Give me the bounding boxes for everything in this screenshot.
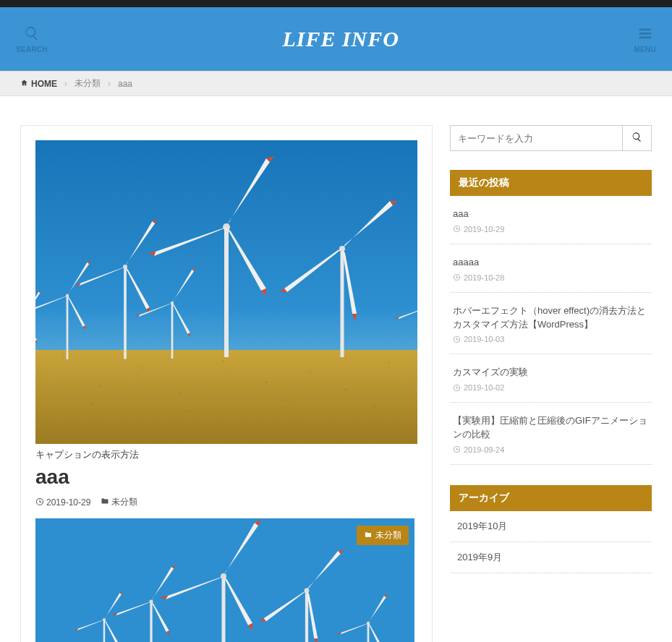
content-wrap: キャプションの表示方法 aaa 2019-10-29 未分類 — [0, 96, 672, 642]
breadcrumb-current: aaa — [118, 79, 132, 89]
breadcrumb-category[interactable]: 未分類 — [75, 77, 101, 90]
svg-point-8 — [179, 393, 180, 394]
archive-widget: アーカイブ 2019年10月 2019年9月 — [450, 485, 652, 573]
search-input[interactable] — [451, 126, 622, 150]
clock-icon — [453, 384, 461, 392]
svg-point-21 — [237, 427, 238, 429]
clock-icon — [453, 225, 461, 233]
breadcrumb-home[interactable]: HOME — [20, 79, 57, 89]
hero-image — [35, 140, 417, 444]
recent-posts-title: 最近の投稿 — [450, 170, 652, 196]
post-title: aaa — [35, 466, 417, 489]
archive-title: アーカイブ — [450, 485, 652, 511]
svg-point-24 — [374, 406, 375, 407]
recent-post-item[interactable]: aaa 2019-10-29 — [450, 196, 652, 244]
svg-point-11 — [309, 371, 310, 372]
svg-point-17 — [48, 421, 50, 423]
svg-point-19 — [135, 425, 137, 427]
hero-caption: キャプションの表示方法 — [35, 448, 417, 461]
site-title[interactable]: LIFE INFO — [282, 27, 399, 51]
svg-point-13 — [388, 362, 390, 364]
svg-point-10 — [265, 382, 268, 384]
content-image-wrap: 未分類 — [35, 518, 414, 642]
breadcrumb-sep: › — [108, 79, 111, 89]
clock-icon — [453, 335, 461, 343]
breadcrumb: HOME › 未分類 › aaa — [0, 71, 672, 96]
clock-icon — [453, 445, 461, 453]
svg-point-5 — [63, 356, 64, 358]
site-header: SEARCH LIFE INFO MENU — [0, 7, 672, 71]
recent-post-title: aaaaa — [453, 256, 649, 270]
search-icon — [631, 132, 642, 145]
recent-post-title: aaa — [453, 207, 649, 221]
recent-post-item[interactable]: カスマイズの実験 2019-10-02 — [450, 354, 652, 403]
top-dark-bar — [0, 0, 672, 7]
recent-post-date: 2019-09-24 — [453, 445, 649, 454]
svg-point-6 — [99, 385, 101, 388]
post-date: 2019-10-29 — [35, 497, 90, 508]
svg-point-22 — [287, 407, 289, 409]
recent-post-item[interactable]: ホバーエフェクト（hover effect)の消去方法とカスタマイズ方法【Wor… — [450, 293, 652, 355]
recent-post-title: 【実験用】圧縮前と圧縮後のGIFアニメーションの比較 — [453, 414, 649, 442]
svg-point-20 — [186, 411, 187, 412]
search-submit-button[interactable] — [622, 126, 651, 150]
breadcrumb-home-label: HOME — [31, 79, 57, 89]
recent-post-date: 2019-10-29 — [453, 225, 649, 234]
recent-posts-list: aaa 2019-10-29 aaaaa 2019-10-28 ホバーエフェクト… — [450, 196, 652, 465]
search-icon — [24, 25, 40, 44]
search-button-label: SEARCH — [16, 46, 48, 54]
recent-post-item[interactable]: 【実験用】圧縮前と圧縮後のGIFアニメーションの比較 2019-09-24 — [450, 403, 652, 465]
recent-post-title: カスマイズの実験 — [453, 366, 649, 380]
svg-rect-1 — [35, 350, 417, 444]
folder-icon — [364, 531, 373, 541]
svg-point-7 — [143, 367, 144, 369]
post-meta: 2019-10-29 未分類 — [35, 496, 417, 508]
category-badge-label: 未分類 — [375, 529, 401, 542]
search-button[interactable]: SEARCH — [16, 25, 48, 54]
recent-post-item[interactable]: aaaaa 2019-10-28 — [450, 244, 652, 293]
archive-item[interactable]: 2019年9月 — [450, 542, 652, 573]
hamburger-icon — [637, 25, 653, 44]
search-box — [450, 125, 652, 151]
category-badge[interactable]: 未分類 — [357, 526, 409, 545]
post-category-meta[interactable]: 未分類 — [101, 496, 137, 508]
archive-item[interactable]: 2019年10月 — [450, 511, 652, 542]
recent-post-title: ホバーエフェクト（hover effect)の消去方法とカスタマイズ方法【Wor… — [453, 304, 649, 332]
breadcrumb-sep: › — [64, 79, 67, 89]
recent-post-date: 2019-10-03 — [453, 335, 649, 343]
clock-icon — [453, 273, 461, 281]
svg-point-23 — [331, 423, 332, 424]
recent-post-date: 2019-10-28 — [453, 273, 649, 282]
recent-post-date: 2019-10-02 — [453, 383, 649, 392]
menu-button[interactable]: MENU — [634, 25, 656, 54]
svg-point-9 — [222, 360, 224, 361]
folder-icon — [101, 497, 109, 505]
home-icon — [20, 79, 28, 89]
archive-list: 2019年10月 2019年9月 — [450, 511, 652, 573]
recent-posts-widget: 最近の投稿 aaa 2019-10-29 aaaaa 2019-10-28 — [450, 170, 652, 465]
menu-button-label: MENU — [634, 46, 656, 54]
clock-icon — [35, 497, 44, 506]
svg-point-12 — [345, 389, 346, 390]
main-column: キャプションの表示方法 aaa 2019-10-29 未分類 — [20, 125, 433, 642]
svg-point-18 — [92, 403, 94, 406]
sidebar: 最近の投稿 aaa 2019-10-29 aaaaa 2019-10-28 — [450, 125, 652, 594]
